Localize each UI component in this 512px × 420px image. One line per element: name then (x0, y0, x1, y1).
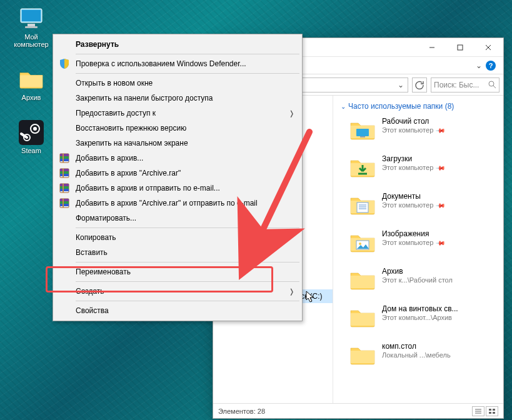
context-menu-item[interactable]: Добавить в архив "Archive.rar" и отправи… (54, 196, 301, 211)
context-menu-item[interactable]: Копировать (54, 230, 301, 245)
context-menu: РазвернутьПроверка с использованием Wind… (53, 34, 303, 321)
context-menu-item[interactable]: Добавить в архив... (54, 151, 301, 166)
close-button[interactable] (474, 39, 502, 56)
pin-icon: 📌 (436, 239, 444, 246)
context-menu-item[interactable]: Проверка с использованием Windows Defend… (54, 56, 301, 71)
folder-icon (349, 229, 376, 256)
svg-point-26 (359, 242, 361, 245)
svg-rect-48 (63, 184, 64, 192)
folder-name: комп.стол (382, 342, 451, 351)
maximize-button[interactable] (446, 39, 474, 56)
context-menu-item-label: Восстановить прежнюю версию (76, 124, 186, 132)
rar-icon (58, 152, 71, 164)
frequent-folder-item[interactable]: ДокументыЭтот компьютер📌 (349, 192, 497, 218)
chevron-down-icon[interactable]: ⌄ (398, 81, 404, 89)
desktop-icon-label: Архив (22, 94, 41, 101)
context-menu-item-label: Копировать (76, 233, 116, 242)
context-menu-item[interactable]: Закрепить на начальном экране (54, 136, 301, 151)
context-menu-item-label: Предоставить доступ к (76, 109, 156, 118)
mouse-cursor-icon (304, 291, 316, 304)
desktop-icon-steam[interactable]: Steam (9, 120, 54, 154)
context-menu-item[interactable]: Развернуть (54, 37, 301, 52)
folder-icon (349, 117, 376, 143)
svg-rect-1 (22, 10, 41, 21)
explorer-status-bar: Элементов: 28 (213, 403, 503, 418)
svg-rect-41 (60, 171, 69, 174)
folder-name: Дом на винтовых св... (382, 304, 458, 313)
frequent-folder-item[interactable]: АрхивЭтот к...\Рабочий стол (349, 267, 497, 293)
svg-rect-28 (351, 313, 374, 326)
view-large-icons-button[interactable] (486, 406, 498, 416)
frequent-folders-heading[interactable]: ⌄Часто используемые папки (8) (341, 102, 497, 111)
folder-name: Загрузки (382, 154, 444, 163)
context-menu-item[interactable]: Открыть в новом окне (54, 76, 301, 91)
svg-rect-52 (60, 204, 69, 206)
svg-rect-23 (357, 202, 368, 212)
desktop-icon-archive[interactable]: Архив (9, 67, 54, 101)
search-icon (488, 81, 496, 89)
context-menu-item[interactable]: Свойства (54, 303, 301, 318)
svg-rect-53 (63, 199, 64, 208)
folder-icon (349, 342, 376, 368)
shield-icon (58, 58, 71, 70)
folder-name: Рабочий стол (382, 117, 444, 126)
context-menu-item-label: Добавить в архив "Archive.rar" (76, 169, 181, 178)
context-menu-item[interactable]: Добавить в архив и отправить по e-mail..… (54, 181, 301, 196)
context-menu-item-label: Закрепить на панели быстрого доступа (76, 94, 213, 102)
folder-sublabel: Этот компьютер📌 (382, 201, 444, 209)
desktop-icon-my-computer[interactable]: Мойкомпьютер (9, 6, 54, 48)
context-menu-item-label: Создать (76, 287, 104, 296)
explorer-content-pane[interactable]: ⌄Часто используемые папки (8) Рабочий ст… (333, 96, 503, 403)
folder-name: Изображения (382, 229, 444, 238)
svg-rect-38 (63, 154, 64, 162)
context-menu-item[interactable]: Предоставить доступ к❭ (54, 106, 301, 121)
svg-rect-9 (458, 45, 463, 50)
folder-sublabel: Этот компьютер📌 (382, 126, 444, 134)
pin-icon: 📌 (436, 201, 444, 209)
context-menu-item-label: Проверка с использованием Windows Defend… (76, 59, 246, 68)
frequent-folder-item[interactable]: Дом на винтовых св...Этот компьют...\Арх… (349, 304, 497, 331)
svg-rect-27 (351, 276, 374, 288)
svg-rect-35 (60, 154, 69, 156)
view-details-button[interactable] (472, 406, 484, 416)
monitor-icon (19, 6, 44, 31)
folder-sublabel: Этот компьютер📌 (382, 239, 444, 246)
context-menu-item-label: Переименовать (76, 268, 131, 276)
folder-sublabel: Этот к...\Рабочий стол (382, 276, 453, 284)
svg-rect-43 (63, 169, 64, 178)
context-menu-item[interactable]: Переименовать (54, 264, 301, 279)
context-menu-item[interactable]: Форматировать... (54, 211, 301, 226)
refresh-button[interactable] (412, 78, 427, 92)
svg-rect-33 (493, 412, 495, 414)
context-menu-item[interactable]: Восстановить прежнюю версию (54, 121, 301, 136)
frequent-folder-item[interactable]: комп.столЛокальный ...\мебель (349, 342, 497, 368)
context-menu-item-label: Добавить в архив "Archive.rar" и отправи… (76, 199, 258, 208)
context-menu-item[interactable]: Добавить в архив "Archive.rar" (54, 166, 301, 181)
svg-rect-30 (489, 409, 491, 411)
folder-icon (349, 304, 376, 331)
svg-rect-19 (356, 129, 369, 136)
svg-rect-5 (19, 120, 44, 145)
folder-sublabel: Локальный ...\мебель (382, 351, 451, 359)
frequent-folder-item[interactable]: Рабочий столЭтот компьютер📌 (349, 117, 497, 143)
folder-icon (349, 192, 376, 218)
context-menu-item[interactable]: Создать❭ (54, 284, 301, 299)
pin-icon: 📌 (436, 126, 444, 134)
desktop-icons-column: Мойкомпьютер Архив Steam (9, 6, 54, 154)
folder-sublabel: Этот компьютер📌 (382, 164, 444, 171)
folder-icon (19, 67, 44, 92)
context-menu-item[interactable]: Вставить (54, 245, 301, 260)
frequent-folder-item[interactable]: ЗагрузкиЭтот компьютер📌 (349, 154, 497, 181)
frequent-folder-item[interactable]: ИзображенияЭтот компьютер📌 (349, 229, 497, 256)
context-menu-item[interactable]: Закрепить на панели быстрого доступа (54, 91, 301, 106)
svg-rect-50 (60, 199, 69, 201)
svg-rect-3 (25, 26, 38, 28)
ribbon-expand-icon[interactable]: ⌄ (476, 61, 482, 70)
svg-rect-29 (351, 351, 374, 363)
minimize-button[interactable] (418, 39, 446, 56)
pin-icon: 📌 (436, 164, 444, 171)
help-icon[interactable]: ? (486, 61, 496, 71)
svg-rect-46 (60, 186, 69, 189)
status-element-count: Элементов: 28 (218, 408, 265, 415)
search-box[interactable]: Поиск: Быс... (431, 78, 499, 92)
